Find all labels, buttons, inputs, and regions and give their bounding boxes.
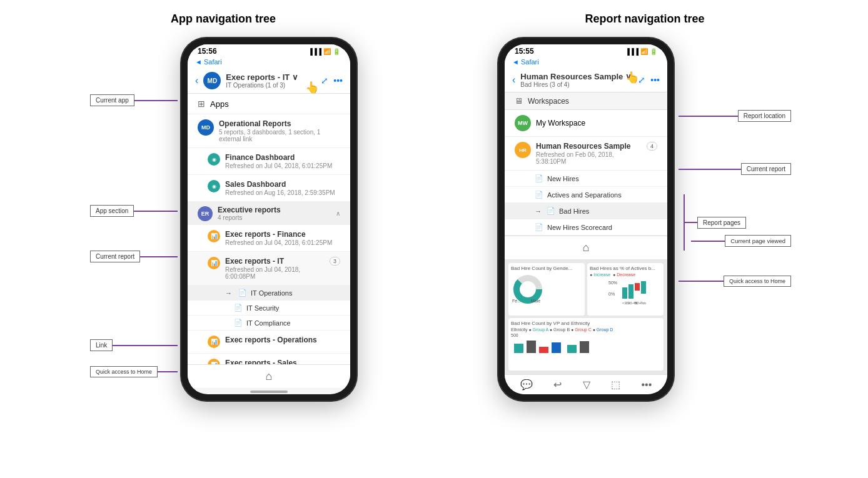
ann-line-current-page bbox=[691, 241, 725, 242]
exec-finance-content: Exec reports - Finance Refreshed on Jul … bbox=[225, 230, 340, 246]
scorecard-page[interactable]: 📄 New Hires Scorecard bbox=[505, 219, 667, 236]
left-phone-frame: 15:56 ▐▐▐ 📶 🔋 ◄ Safari ‹ bbox=[181, 38, 356, 401]
operational-reports-item[interactable]: MD Operational Reports 5 reports, 3 dash… bbox=[188, 114, 350, 148]
ann-line-app-section bbox=[134, 211, 178, 212]
right-wifi-icon: 📶 bbox=[640, 48, 648, 55]
chart-row-1: Bad Hire Count by Gende... Fe... Male Ba… bbox=[508, 263, 664, 316]
svg-rect-8 bbox=[635, 283, 640, 291]
current-report-title: Human Resources Sample bbox=[536, 142, 642, 151]
it-compliance-label: IT Compliance bbox=[246, 319, 291, 327]
current-report-item[interactable]: HR Human Resources Sample Refreshed on F… bbox=[505, 137, 667, 171]
chart-donut-title: Bad Hire Count by Gende... bbox=[511, 266, 582, 271]
exec-sales-item[interactable]: 📊 Exec reports - Sales Refreshed on Aug … bbox=[188, 354, 350, 364]
it-operations-label: IT Operations bbox=[251, 289, 292, 297]
current-arrow: → bbox=[225, 289, 232, 297]
exec-ops-content: Exec reports - Operations bbox=[225, 336, 340, 344]
executive-section-group[interactable]: ER Executive reports 4 reports ∧ bbox=[188, 202, 350, 225]
new-hires-label: New Hires bbox=[547, 175, 579, 182]
right-header-icons: ⤢ ••• bbox=[638, 75, 660, 85]
annotation-box-report-pages: Report pages bbox=[697, 217, 746, 229]
annotation-current-report-left: Current report bbox=[90, 251, 178, 262]
left-header-subtitle: IT Operations (1 of 3) bbox=[226, 82, 316, 89]
executive-text: Executive reports 4 reports bbox=[218, 206, 281, 221]
group-c-legend: ● Group C bbox=[571, 327, 592, 332]
right-expand-icon[interactable]: ⤢ bbox=[638, 75, 645, 85]
chart-bar-title: Bad Hires as % of Actives b... bbox=[590, 266, 661, 271]
ann-line-pages bbox=[685, 222, 697, 223]
sales-dashboard-item[interactable]: ◉ Sales Dashboard Refreshed on Aug 16, 2… bbox=[188, 175, 350, 202]
exec-it-item[interactable]: 📊 Exec reports - IT Refreshed on Jul 04,… bbox=[188, 252, 350, 286]
exec-it-content: Exec reports - IT Refreshed on Jul 04, 2… bbox=[225, 257, 325, 280]
current-report-avatar: HR bbox=[515, 142, 531, 158]
exec-sales-content: Exec reports - Sales Refreshed on Aug 16… bbox=[225, 359, 340, 364]
left-status-icons: ▐▐▐ 📶 🔋 bbox=[308, 48, 340, 55]
executive-title: Executive reports bbox=[218, 206, 281, 214]
svg-rect-7 bbox=[628, 284, 633, 299]
undo-icon[interactable]: ↩ bbox=[553, 379, 562, 391]
comment-icon[interactable]: 💬 bbox=[520, 379, 533, 391]
bad-hires-icon: 📄 bbox=[547, 207, 555, 215]
right-phone-frame: 15:55 ▐▐▐ 📶 🔋 ◄ Safari ‹ bbox=[498, 38, 674, 401]
annotation-box-app-section: App section bbox=[90, 205, 134, 217]
scorecard-icon: 📄 bbox=[535, 223, 543, 231]
workspace-icon: 🖥 bbox=[515, 96, 523, 106]
left-home-icon[interactable]: ⌂ bbox=[266, 370, 273, 383]
right-safari-label: ◄ Safari bbox=[512, 58, 539, 66]
more-options-icon[interactable]: ••• bbox=[641, 379, 652, 391]
exec-ops-item[interactable]: 📊 Exec reports - Operations bbox=[188, 331, 350, 354]
left-header-avatar: MD bbox=[203, 72, 221, 89]
left-back-button[interactable]: ‹ bbox=[195, 75, 198, 86]
left-nav-list[interactable]: ⊞ Apps MD Operational Reports 5 reports,… bbox=[188, 94, 350, 364]
executive-avatar: ER bbox=[198, 206, 213, 221]
finance-title: Finance Dashboard bbox=[225, 153, 340, 162]
operational-title: Operational Reports bbox=[219, 119, 340, 128]
actives-page[interactable]: 📄 Actives and Separations bbox=[505, 187, 667, 203]
exec-it-title: Exec reports - IT bbox=[225, 257, 325, 266]
workspace-label: Workspaces bbox=[528, 97, 569, 106]
filter-icon[interactable]: ▽ bbox=[583, 379, 590, 391]
annotation-report-location: Report location bbox=[679, 110, 791, 122]
sales-subtitle: Refreshed on Aug 16, 2018, 2:59:35PM bbox=[225, 189, 340, 196]
right-home-icon[interactable]: ⌂ bbox=[583, 241, 590, 254]
svg-rect-16 bbox=[539, 347, 548, 353]
annotation-app-section: App section bbox=[90, 205, 178, 217]
new-hires-page[interactable]: 📄 New Hires bbox=[505, 171, 667, 187]
right-back-button[interactable]: ‹ bbox=[512, 74, 515, 86]
scorecard-label: New Hires Scorecard bbox=[547, 224, 612, 231]
report-pages-list: 📄 New Hires 📄 Actives and Separations → … bbox=[505, 171, 667, 236]
chart-ethnicity-title: Bad Hire Count by VP and Ethnicity bbox=[511, 321, 661, 326]
donut-chart-svg: Fe... Male bbox=[511, 272, 545, 304]
annotation-current-report-right: Current report bbox=[679, 163, 791, 175]
executive-group-left: ER Executive reports 4 reports bbox=[198, 206, 281, 221]
sales-icon: ◉ bbox=[208, 180, 220, 192]
actives-label: Actives and Separations bbox=[547, 191, 622, 199]
finance-dashboard-item[interactable]: ◉ Finance Dashboard Refreshed on Jul 04,… bbox=[188, 148, 350, 175]
more-icon[interactable]: ••• bbox=[333, 76, 343, 86]
right-header-subtitle: Bad Hires (3 of 4) bbox=[520, 81, 633, 88]
right-more-icon[interactable]: ••• bbox=[650, 75, 660, 85]
my-workspace-avatar: MW bbox=[515, 115, 531, 131]
page-comp-icon: 📄 bbox=[234, 319, 243, 327]
collapse-icon[interactable]: ∧ bbox=[336, 210, 340, 217]
ann-line-current-report-right bbox=[679, 169, 741, 170]
exec-finance-item[interactable]: 📊 Exec reports - Finance Refreshed on Ju… bbox=[188, 225, 350, 252]
svg-rect-9 bbox=[641, 281, 646, 294]
it-operations-page[interactable]: → 📄 IT Operations bbox=[188, 286, 350, 301]
annotation-box-quick-home-left: Quick access to Home bbox=[90, 366, 158, 377]
ann-line-quick-home-left bbox=[158, 371, 178, 372]
expand-icon[interactable]: ⤢ bbox=[321, 76, 328, 86]
layout-icon[interactable]: ⬚ bbox=[611, 379, 620, 391]
exec-ops-title: Exec reports - Operations bbox=[225, 336, 340, 344]
chart-box-ethnicity: Bad Hire Count by VP and Ethnicity Ethni… bbox=[508, 318, 664, 371]
svg-text:Total: Total bbox=[640, 301, 646, 305]
bad-hires-page[interactable]: → 📄 Bad Hires bbox=[505, 203, 667, 219]
ethnicity-chart-svg bbox=[511, 337, 648, 356]
my-workspace-item[interactable]: MW My Workspace bbox=[505, 110, 667, 137]
bad-hires-arrow: → bbox=[535, 207, 542, 215]
new-hires-icon: 📄 bbox=[535, 174, 543, 182]
ann-line-current-report-left bbox=[140, 256, 178, 257]
right-header-text: Human Resources Sample ∨ Bad Hires (3 of… bbox=[520, 72, 633, 88]
exec-it-badge: 3 bbox=[330, 257, 340, 266]
it-security-page[interactable]: 📄 IT Security bbox=[188, 301, 350, 316]
it-compliance-page[interactable]: 📄 IT Compliance bbox=[188, 316, 350, 331]
